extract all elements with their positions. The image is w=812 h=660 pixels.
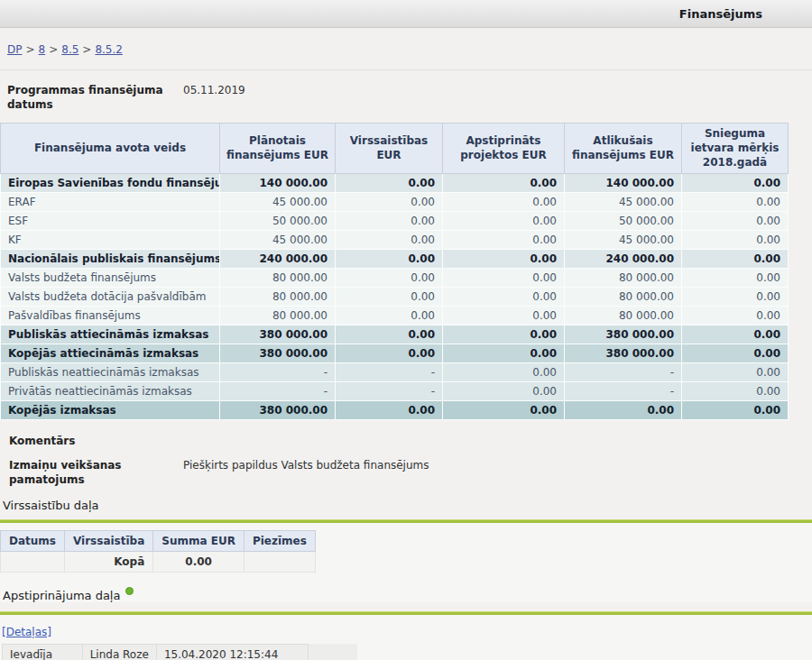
amount-cell: 0.00 [682, 174, 789, 193]
table-row: Valsts budžeta dotācija pašvaldībām 80 0… [1, 288, 789, 307]
amount-cell: 80 000.00 [220, 307, 336, 325]
amount-cell: 80 000.00 [220, 269, 336, 288]
amount-cell: 0.00 [336, 269, 443, 288]
table-row: Eiropas Savienības fondu finansējums 140… [1, 174, 789, 193]
amount-cell: 45 000.00 [565, 231, 682, 250]
breadcrumb-separator: > [82, 43, 91, 56]
amount-cell: 45 000.00 [565, 193, 682, 212]
change-reason-row: Izmaiņu veikšanas pamatojums Piešķirts p… [0, 447, 812, 489]
amount-cell: 0.00 [443, 307, 565, 325]
overcommitment-section: Datums Virssaistība Summa EUR Piezīmes K… [0, 523, 812, 602]
source-cell: ESF [1, 212, 220, 231]
table-row: Pašvaldības finansējums 80 000.00 0.00 0… [1, 307, 789, 325]
table-row: Publiskās neattiecināmās izmaksas - - 0.… [1, 363, 789, 382]
amount-cell: 0.00 [682, 193, 789, 212]
amount-cell: 80 000.00 [220, 288, 336, 307]
breadcrumb-link-dp[interactable]: DP [7, 43, 22, 56]
amount-cell: - [220, 363, 336, 382]
amount-cell: 0.00 [443, 382, 565, 401]
view-link-cell [308, 644, 357, 660]
source-cell: KF [1, 231, 220, 250]
amount-cell: 0.00 [336, 344, 443, 363]
source-cell: Nacionālais publiskais finansējums [1, 250, 220, 269]
source-cell: Pašvaldības finansējums [1, 307, 220, 325]
breadcrumb: DP>8>8.5>8.5.2 [0, 28, 812, 70]
breadcrumb-link-8[interactable]: 8 [39, 43, 46, 56]
amount-cell: 0.00 [682, 325, 789, 344]
amount-cell: 80 000.00 [565, 307, 682, 325]
amount-cell: - [565, 363, 682, 382]
amount-cell: 380 000.00 [565, 344, 682, 363]
role-cell: Ievadīja [3, 644, 83, 660]
source-cell: Privātās neattiecināmās izmaksas [1, 382, 220, 401]
breadcrumb-link-8-5-2[interactable]: 8.5.2 [95, 43, 123, 56]
amount-cell: 0.00 [443, 344, 565, 363]
amount-cell: 380 000.00 [220, 401, 336, 420]
breadcrumb-separator: > [49, 43, 58, 56]
page-title: Finansējums [679, 7, 762, 21]
details-link[interactable]: [Detaļas] [2, 626, 51, 638]
financing-table-header-row: Finansējuma avota veids Plānotais finans… [1, 124, 789, 174]
column-header-remaining: Atlikušais finansējums EUR [565, 124, 682, 174]
amount-cell: 0.00 [443, 193, 565, 212]
table-row: ERAF 45 000.00 0.00 0.00 45 000.00 0.00 [1, 193, 789, 212]
info-icon[interactable] [125, 587, 134, 595]
amount-cell: - [336, 363, 443, 382]
column-header-overcommitment: Virssaistība [64, 530, 152, 551]
source-cell: Publiskās attiecināmās izmaksas [1, 325, 220, 344]
amount-cell: 0.00 [443, 288, 565, 307]
datetime-cell: 15.04.2020 12:15:44 [156, 644, 308, 660]
program-date-value: 05.11.2019 [183, 83, 245, 96]
comment-label: Komentārs [9, 435, 812, 447]
change-reason-label: Izmaiņu veikšanas pamatojums [9, 458, 183, 487]
table-row: Privātās neattiecināmās izmaksas - - 0.0… [1, 382, 789, 401]
amount-cell: 0.00 [565, 401, 682, 420]
amount-cell: 0.00 [443, 250, 565, 269]
financing-table: Finansējuma avota veids Plānotais finans… [0, 123, 789, 420]
column-header-notes: Piezīmes [244, 530, 315, 551]
table-row: Kopējās attiecināmās izmaksas 380 000.00… [1, 344, 789, 363]
amount-cell: 45 000.00 [220, 193, 336, 212]
amount-cell: 0.00 [443, 269, 565, 288]
amount-cell: 0.00 [336, 250, 443, 269]
column-header-planned: Plānotais finansējums EUR [220, 124, 336, 174]
amount-cell: 0.00 [443, 212, 565, 231]
amount-cell: 0.00 [443, 363, 565, 382]
empty-cell [244, 551, 315, 572]
column-header-sum: Summa EUR [153, 530, 245, 551]
financing-section: Programmas finansējuma datums 05.11.2019… [0, 70, 812, 512]
amount-cell: 80 000.00 [565, 269, 682, 288]
app-header: Finansējums [0, 0, 812, 28]
program-date-row: Programmas finansējuma datums 05.11.2019 [0, 70, 812, 119]
column-header-overcommitment: Virssaistības EUR [336, 124, 443, 174]
overcommitment-header-row: Datums Virssaistība Summa EUR Piezīmes [1, 530, 316, 551]
breadcrumb-link-8-5[interactable]: 8.5 [61, 43, 78, 56]
amount-cell: 140 000.00 [565, 174, 682, 193]
amount-cell: 0.00 [336, 401, 443, 420]
overcommitment-total-row: Kopā 0.00 [1, 551, 316, 572]
amount-cell: 45 000.00 [220, 231, 336, 250]
amount-cell: 0.00 [443, 325, 565, 344]
amount-cell: 380 000.00 [565, 325, 682, 344]
amount-cell: 0.00 [682, 269, 789, 288]
amount-cell: 0.00 [682, 231, 789, 250]
column-header-date: Datums [1, 530, 65, 551]
approval-table: Ievadīja Linda Roze 15.04.2020 12:15:44 … [2, 644, 358, 660]
table-row: Kopējās izmaksas 380 000.00 0.00 0.00 0.… [1, 401, 789, 420]
table-row: Ievadīja Linda Roze 15.04.2020 12:15:44 [3, 644, 358, 660]
amount-cell: 0.00 [336, 193, 443, 212]
amount-cell: 0.00 [682, 401, 789, 420]
table-row: ESF 50 000.00 0.00 0.00 50 000.00 0.00 [1, 212, 789, 231]
amount-cell: - [565, 382, 682, 401]
approval-section-title-row: Apstiprinājuma daļa [3, 589, 812, 602]
amount-cell: 0.00 [336, 212, 443, 231]
source-cell: Publiskās neattiecināmās izmaksas [1, 363, 220, 382]
source-cell: Kopējās izmaksas [1, 401, 220, 420]
amount-cell: 0.00 [336, 288, 443, 307]
amount-cell: - [220, 382, 336, 401]
overcommitment-table: Datums Virssaistība Summa EUR Piezīmes K… [0, 530, 316, 573]
total-value-cell: 0.00 [153, 551, 245, 572]
empty-cell [1, 551, 65, 572]
amount-cell: 0.00 [443, 231, 565, 250]
program-date-label: Programmas finansējuma datums [7, 83, 183, 112]
